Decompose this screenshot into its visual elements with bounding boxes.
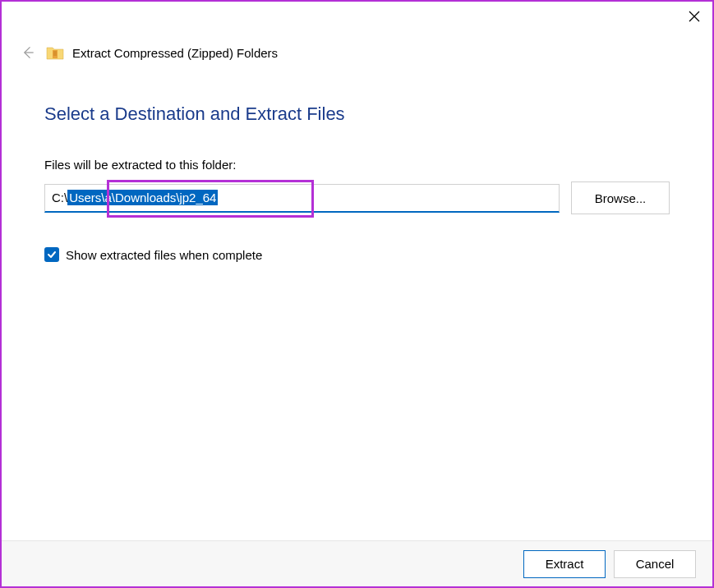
close-button[interactable]: [686, 8, 702, 25]
back-arrow-icon: [20, 44, 36, 61]
show-files-checkbox[interactable]: [44, 247, 59, 262]
close-icon: [689, 11, 700, 22]
destination-path-input[interactable]: C:\Users\a\Downloads\jp2_64: [44, 184, 560, 213]
back-button[interactable]: [18, 43, 38, 62]
cancel-button[interactable]: Cancel: [614, 550, 696, 578]
checkmark-icon: [47, 250, 57, 260]
destination-label: Files will be extracted to this folder:: [44, 158, 670, 172]
destination-row: C:\Users\a\Downloads\jp2_64 Browse...: [44, 181, 670, 214]
svg-rect-3: [53, 50, 58, 58]
wizard-footer: Extract Cancel: [2, 540, 712, 586]
browse-button[interactable]: Browse...: [571, 181, 670, 214]
show-files-checkbox-label: Show extracted files when complete: [66, 248, 262, 262]
path-prefix: C:\: [52, 191, 67, 204]
path-selected-text: Users\a\Downloads\jp2_64: [67, 190, 218, 205]
page-heading: Select a Destination and Extract Files: [44, 103, 670, 125]
zip-folder-icon: [46, 45, 64, 60]
extract-button[interactable]: Extract: [523, 550, 606, 578]
window-title: Extract Compressed (Zipped) Folders: [72, 46, 278, 60]
show-files-checkbox-row: Show extracted files when complete: [44, 247, 670, 262]
wizard-content: Select a Destination and Extract Files F…: [2, 62, 712, 262]
wizard-header: Extract Compressed (Zipped) Folders: [2, 2, 712, 62]
